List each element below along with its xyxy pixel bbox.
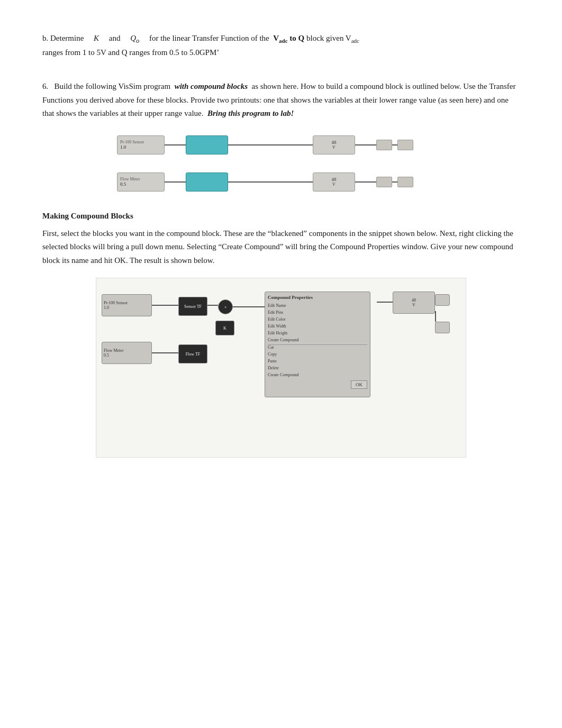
section-b: b. Determine K and Qo for the linear Tra… xyxy=(42,32,520,59)
snip-source-1-label: Pt-100 Sensor xyxy=(104,301,128,305)
section-6-bold-italic: with compound blocks xyxy=(175,82,248,90)
snip-source-2: Flow Meter 0.5 xyxy=(102,342,152,364)
making-compound-section: Making Compound Blocks First, select the… xyxy=(42,212,520,458)
wire-2d xyxy=(392,181,397,183)
source-block-1: Pt-100 Sensor 1.0 xyxy=(117,135,165,154)
wire-1d xyxy=(392,144,397,145)
snip-wire-v1 xyxy=(435,311,436,322)
snip-menu-11: Create Compound xyxy=(268,372,298,377)
teal-block-1 xyxy=(186,135,228,154)
snip-wire-5 xyxy=(377,302,393,303)
snip-black-1-label: Sensor TF xyxy=(184,304,202,309)
wire-2a xyxy=(165,181,186,183)
snip-menu-9: Paste xyxy=(268,359,277,363)
output-block-2: 48 V xyxy=(313,172,355,192)
section-6-bold-italic2: Bring this program to lab! xyxy=(207,109,294,117)
snip-black-4-label: Flow TF xyxy=(186,352,201,357)
wire-1a xyxy=(165,144,186,145)
snip-menu-4: Edit Width xyxy=(268,324,286,329)
output-unit-2: V xyxy=(332,182,336,187)
snip-ok-button[interactable]: OK xyxy=(351,380,367,389)
snip-wire-2 xyxy=(207,305,218,306)
and-connector: and xyxy=(109,34,121,42)
source-label-top-1: Pt-100 Sensor xyxy=(120,140,144,144)
snip-small-out-1 xyxy=(435,294,450,306)
snip-small-out-2 xyxy=(435,322,450,333)
small-block-2b xyxy=(397,177,413,187)
section-6: 6. Build the following VisSim program wi… xyxy=(42,80,520,196)
source-label-top-2: Flow Meter xyxy=(120,177,140,181)
small-block-1a xyxy=(376,140,392,150)
snip-menu-1: Edit Name xyxy=(268,303,286,308)
section-6-number: 6. xyxy=(42,82,48,90)
wire-1c xyxy=(355,144,376,145)
var-qo: Qo xyxy=(130,34,139,42)
small-block-2a xyxy=(376,177,392,187)
snip-output-title: Compound Properties xyxy=(268,295,313,300)
snip-black-4: Flow TF xyxy=(178,344,207,363)
snip-source-2-val: 0.5 xyxy=(104,353,109,358)
snip-menu-8: Copy xyxy=(268,352,277,357)
output-val-1: 48 xyxy=(332,140,337,145)
prefix-text: b. Determine xyxy=(42,34,84,42)
var-k: K xyxy=(94,34,99,42)
snip-black-3-label: K xyxy=(223,326,226,331)
section-b-text: b. Determine K and Qo for the linear Tra… xyxy=(42,32,520,59)
suffix-before-bold: for the linear Transfer Function of the xyxy=(149,34,269,42)
wire-2b xyxy=(228,181,313,183)
output-unit-1: V xyxy=(332,145,336,150)
section-6-text-start: Build the following VisSim program xyxy=(55,82,171,90)
suffix-after-bold: block given Vadc xyxy=(306,34,359,42)
output-val-2: 48 xyxy=(332,177,337,182)
snip-out2-unit: V xyxy=(412,303,415,307)
snip-menu-10: Delete xyxy=(268,366,279,370)
snippet-diagram: Pt-100 Sensor 1.0 Sensor TF + K Compound… xyxy=(96,278,466,458)
section-b-line2: ranges from 1 to 5V and Q ranges from 0.… xyxy=(42,48,219,57)
snip-wire-1 xyxy=(152,305,178,306)
snip-output-1: Compound Properties Edit Name Edit Pins … xyxy=(265,292,370,397)
snip-out2-val: 48 xyxy=(412,298,416,303)
snip-menu-6: Create Compound xyxy=(268,338,298,342)
snip-menu-3: Edit Color xyxy=(268,317,286,322)
snip-menu-7: Cut xyxy=(268,344,367,350)
snip-wire-3 xyxy=(233,306,265,307)
snip-black-1: Sensor TF xyxy=(178,297,207,316)
diagram-row-1: Pt-100 Sensor 1.0 48 V xyxy=(117,131,445,159)
bold-q: Q xyxy=(298,34,305,42)
teal-block-2 xyxy=(186,172,228,192)
snip-source-1-val: 1.0 xyxy=(104,305,109,310)
snip-output-2: 48 V xyxy=(393,292,435,314)
snip-black-3: K xyxy=(215,321,234,335)
source-label-bot-2: 0.5 xyxy=(120,181,126,187)
section-6-text-mid: as shown here. xyxy=(252,82,299,90)
bold-to: to xyxy=(289,34,296,42)
wire-1b xyxy=(228,144,313,145)
snip-black-2: + xyxy=(218,299,233,314)
small-block-1b xyxy=(397,140,413,150)
source-block-2: Flow Meter 0.5 xyxy=(117,172,165,192)
vissim-diagram: Pt-100 Sensor 1.0 48 V Flow Meter 0.5 xyxy=(117,131,445,196)
diagram-row-2: Flow Meter 0.5 48 V xyxy=(117,168,445,196)
snip-black-2-label: + xyxy=(224,304,226,310)
making-compound-paragraph: First, select the blocks you want in the… xyxy=(42,227,520,268)
source-label-bot-1: 1.0 xyxy=(120,144,126,150)
snip-menu-2: Edit Pins xyxy=(268,310,283,315)
making-compound-heading: Making Compound Blocks xyxy=(42,212,520,221)
snip-source-2-label: Flow Meter xyxy=(104,348,124,353)
snip-menu-5: Edit Height xyxy=(268,331,287,335)
wire-2c xyxy=(355,181,376,183)
bold-vadc: Vadc xyxy=(273,34,287,42)
section-6-intro: 6. Build the following VisSim program wi… xyxy=(42,80,520,121)
snip-wire-4 xyxy=(152,352,178,353)
output-block-1: 48 V xyxy=(313,135,355,154)
snip-source-1: Pt-100 Sensor 1.0 xyxy=(102,294,152,316)
